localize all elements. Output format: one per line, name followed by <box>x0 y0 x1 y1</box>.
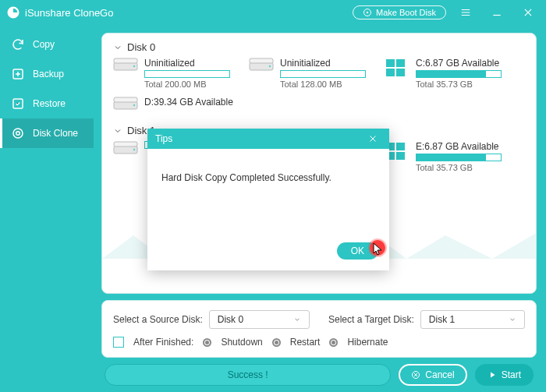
menu-button[interactable] <box>454 3 477 22</box>
svg-rect-26 <box>396 143 405 150</box>
dialog-message: Hard Disk Copy Completed Successfully. <box>161 172 332 183</box>
minimize-icon <box>491 7 502 18</box>
usage-bar <box>280 70 366 78</box>
chevron-down-icon <box>113 126 122 136</box>
sidebar-item-label: Copy <box>33 39 55 50</box>
after-finished-checkbox[interactable] <box>113 337 124 348</box>
partition-total: Total 128.00 MB <box>280 79 366 89</box>
source-disk-label: Select a Source Disk: <box>113 314 203 325</box>
refresh-icon <box>11 37 25 51</box>
hdd-icon <box>113 141 138 157</box>
chevron-down-icon <box>113 43 122 52</box>
restore-icon <box>11 97 25 111</box>
partition: E:6.87 GB Available Total 35.73 GB <box>385 141 502 172</box>
disc-icon <box>363 8 372 17</box>
disk0-header[interactable]: Disk 0 <box>113 41 525 53</box>
shutdown-label: Shutdown <box>221 337 262 348</box>
progress-status-label: Success ! <box>228 369 268 380</box>
target-disk-value: Disk 1 <box>429 314 455 325</box>
close-icon <box>523 7 534 18</box>
dialog-ok-button[interactable]: OK <box>337 242 378 260</box>
sidebar: Copy Backup Restore Disk Clone <box>0 25 94 392</box>
minimize-button[interactable] <box>485 3 509 22</box>
hdd-icon <box>113 97 138 112</box>
svg-rect-17 <box>114 97 137 102</box>
sidebar-item-backup[interactable]: Backup <box>0 59 94 89</box>
svg-rect-28 <box>396 152 405 160</box>
after-finished-label: After Finished: <box>133 337 193 348</box>
sidebar-item-label: Restore <box>33 98 66 109</box>
partition-name: D:39.34 GB Available <box>144 97 233 108</box>
sidebar-item-copy[interactable]: Copy <box>0 30 94 59</box>
progress-status-bar: Success ! <box>105 364 391 386</box>
svg-rect-12 <box>386 59 395 67</box>
make-boot-disk-button[interactable]: Make Boot Disk <box>353 5 446 19</box>
partition: Uninitialized Total 128.00 MB <box>249 58 366 89</box>
source-disk-select[interactable]: Disk 0 <box>209 310 310 329</box>
hibernate-label: Hibernate <box>347 337 388 348</box>
target-disk-label: Select a Target Disk: <box>328 314 414 325</box>
sidebar-item-label: Backup <box>33 69 64 79</box>
svg-point-21 <box>133 149 135 150</box>
partition-name: Uninitialized <box>280 58 366 69</box>
sidebar-item-label: Disk Clone <box>33 128 78 139</box>
hibernate-radio[interactable] <box>329 338 338 347</box>
svg-rect-13 <box>396 59 405 67</box>
close-icon <box>368 134 378 143</box>
close-window-button[interactable] <box>516 3 540 22</box>
partition-name: Uninitialized <box>144 58 230 69</box>
app-logo: iSunshare CloneGo <box>6 5 113 19</box>
controls-panel: Select a Source Disk: Disk 0 Select a Ta… <box>101 300 537 358</box>
partition-total: Total 35.73 GB <box>416 79 502 89</box>
hdd-icon <box>113 58 138 73</box>
target-disk-select[interactable]: Disk 1 <box>420 310 525 329</box>
svg-rect-20 <box>114 142 137 147</box>
dialog-title: Tips <box>155 133 172 144</box>
sidebar-item-disk-clone[interactable]: Disk Clone <box>0 118 94 148</box>
restart-label: Restart <box>290 337 321 348</box>
make-boot-disk-label: Make Boot Disk <box>376 8 436 17</box>
svg-point-5 <box>16 132 20 136</box>
svg-point-1 <box>367 12 369 14</box>
svg-rect-14 <box>386 69 395 76</box>
shutdown-radio[interactable] <box>203 338 211 347</box>
partition-total: Total 35.73 GB <box>416 163 502 172</box>
svg-rect-10 <box>250 58 273 63</box>
chevron-down-icon <box>293 316 301 323</box>
partition-name: E:6.87 GB Available <box>416 141 502 152</box>
system-drive-icon <box>385 58 410 79</box>
backup-icon <box>11 67 25 81</box>
svg-point-8 <box>133 65 135 67</box>
usage-bar <box>416 154 502 161</box>
sidebar-item-restore[interactable]: Restore <box>0 89 94 118</box>
hdd-icon <box>249 58 274 73</box>
menu-icon <box>459 7 472 18</box>
clone-icon <box>11 126 25 140</box>
svg-rect-7 <box>114 58 137 63</box>
svg-point-11 <box>269 65 271 67</box>
partition-total: Total 200.00 MB <box>144 79 230 89</box>
svg-point-4 <box>13 129 23 138</box>
svg-rect-15 <box>396 69 405 76</box>
dialog-close-button[interactable] <box>364 130 381 147</box>
usage-bar <box>416 70 502 78</box>
usage-bar <box>144 70 230 78</box>
chevron-down-icon <box>509 316 516 323</box>
source-disk-value: Disk 0 <box>218 314 243 325</box>
start-label: Start <box>502 369 521 380</box>
tips-dialog: Tips Hard Disk Copy Completed Successful… <box>147 129 389 270</box>
partition: D:39.34 GB Available <box>113 97 233 112</box>
svg-point-18 <box>133 104 135 106</box>
disk0-title: Disk 0 <box>127 41 155 53</box>
dialog-ok-label: OK <box>351 245 364 256</box>
start-button[interactable]: Start <box>475 364 534 386</box>
cancel-button[interactable]: Cancel <box>399 364 466 386</box>
cancel-icon <box>411 370 420 380</box>
partition: Uninitialized Total 200.00 MB <box>113 58 230 89</box>
restart-radio[interactable] <box>272 338 281 347</box>
app-name: iSunshare CloneGo <box>25 7 113 19</box>
play-icon <box>488 370 497 380</box>
partition: C:6.87 GB Available Total 35.73 GB <box>385 58 502 89</box>
partition-name: C:6.87 GB Available <box>416 58 502 69</box>
app-logo-icon <box>6 5 20 19</box>
